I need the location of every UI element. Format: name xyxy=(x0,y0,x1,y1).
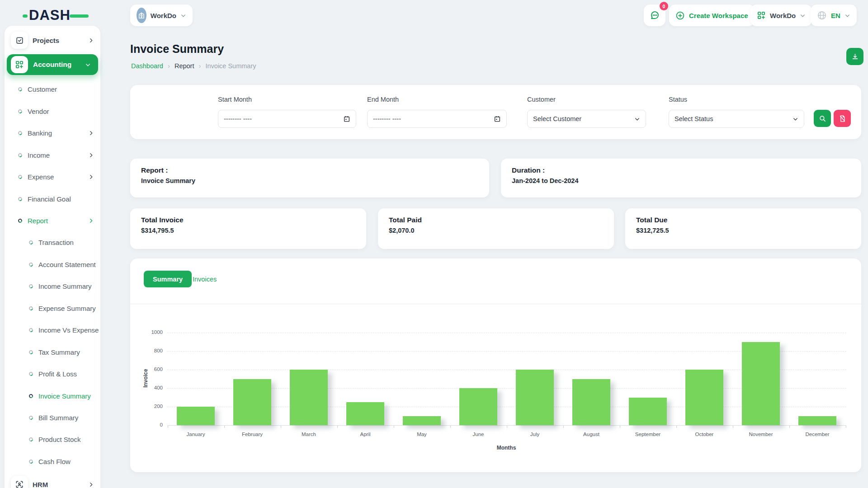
calendar-icon xyxy=(494,115,501,122)
sidebar-item-bill-summary[interactable]: Bill Summary xyxy=(5,408,100,427)
download-report-button[interactable] xyxy=(846,48,863,65)
chart-bar-april[interactable] xyxy=(346,402,384,425)
sidebar-item-product-stock[interactable]: Product Stock xyxy=(5,430,100,449)
report-card-value: Invoice Summary xyxy=(141,177,195,184)
chevron-right-icon xyxy=(88,152,94,158)
start-month-input[interactable]: -------- ---- xyxy=(218,110,356,128)
start-month-value: -------- ---- xyxy=(224,115,343,122)
sidebar-item-cash-flow[interactable]: Cash Flow xyxy=(5,452,100,471)
workspace-switcher[interactable]: WorkDo xyxy=(130,5,193,26)
end-month-input[interactable]: -------- ---- xyxy=(367,110,507,128)
customer-select[interactable]: Select Customer xyxy=(527,110,646,128)
chart-bar-may[interactable] xyxy=(403,416,441,426)
chart-x-tick-label: August xyxy=(566,432,616,437)
chart-x-tick-mark xyxy=(224,426,225,428)
calendar-icon xyxy=(343,115,350,122)
sidebar-item-financial-goal[interactable]: Financial Goal xyxy=(5,189,100,208)
chart-x-tick-label: July xyxy=(510,432,560,437)
duration-card: Duration : Jan-2024 to Dec-2024 xyxy=(501,159,861,197)
sidebar-item-tax-summary[interactable]: Tax Summary xyxy=(5,343,100,361)
chart-x-tick-mark xyxy=(620,426,620,428)
reset-filter-button[interactable] xyxy=(834,110,851,127)
chart-y-tick-label: 1000 xyxy=(141,329,163,335)
chart-y-tick-label: 400 xyxy=(141,385,163,390)
sidebar-item-income-vs-expense[interactable]: Income Vs Expense xyxy=(5,320,100,339)
sidebar-item-expense-summary[interactable]: Expense Summary xyxy=(5,299,100,318)
sidebar-item-hrm[interactable]: HRM xyxy=(5,475,100,488)
customer-select-value: Select Customer xyxy=(533,115,634,122)
chevron-down-icon xyxy=(800,13,806,19)
checkbox-icon xyxy=(11,32,28,49)
messages-button[interactable]: 0 xyxy=(644,5,665,26)
bullet-icon xyxy=(17,152,23,158)
create-workspace-label: Create Workspace xyxy=(689,12,748,19)
chart-bar-december[interactable] xyxy=(798,416,836,426)
apply-filter-button[interactable] xyxy=(814,110,831,127)
sidebar-item-account-statement[interactable]: Account Statement xyxy=(5,255,100,274)
chart-bar-september[interactable] xyxy=(629,398,667,426)
chart-bar-october[interactable] xyxy=(685,370,723,425)
report-card-title: Report : xyxy=(141,166,168,174)
chart-x-tick-label: January xyxy=(171,432,221,437)
stat-label: Total Due xyxy=(636,216,667,224)
status-select-value: Select Status xyxy=(675,115,793,122)
chart-bar-july[interactable] xyxy=(516,370,554,425)
sidebar-item-transaction[interactable]: Transaction xyxy=(5,233,100,252)
sidebar-item-report[interactable]: Report xyxy=(5,211,100,230)
app-logo: DASH xyxy=(29,7,97,24)
chart-x-tick-mark xyxy=(563,426,564,428)
chevron-down-icon xyxy=(793,116,798,122)
sidebar-item-income[interactable]: Income xyxy=(5,145,100,164)
bullet-icon xyxy=(28,436,33,442)
sidebar-item-banking[interactable]: Banking xyxy=(5,123,100,142)
chart-x-tick-mark xyxy=(450,426,451,428)
sidebar-item-vendor[interactable]: Vendor xyxy=(5,102,100,121)
chart-x-tick-mark xyxy=(789,426,790,428)
bullet-icon xyxy=(17,86,23,92)
chart-bar-august[interactable] xyxy=(572,379,610,426)
chart-x-tick-mark xyxy=(507,426,507,428)
grid-plus-icon xyxy=(11,56,28,73)
chart-x-tick-mark xyxy=(676,426,677,428)
sidebar-item-expense-summary-label: Expense Summary xyxy=(38,305,96,312)
sidebar-item-invoice-summary[interactable]: Invoice Summary xyxy=(5,386,100,405)
chart-bar-november[interactable] xyxy=(742,342,780,426)
chart-x-tick-mark xyxy=(281,426,281,428)
sidebar-item-customer-label: Customer xyxy=(28,85,57,93)
chart-bar-june[interactable] xyxy=(459,388,497,425)
sidebar-item-projects[interactable]: Projects xyxy=(5,31,100,50)
chart-bar-january[interactable] xyxy=(177,407,215,425)
breadcrumb-dashboard[interactable]: Dashboard xyxy=(131,62,163,70)
create-workspace-button[interactable]: Create Workspace xyxy=(669,5,755,26)
search-icon xyxy=(819,115,826,122)
sidebar-item-customer[interactable]: Customer xyxy=(5,80,100,99)
duration-card-value: Jan-2024 to Dec-2024 xyxy=(512,177,579,184)
breadcrumb-report: Report xyxy=(175,62,194,70)
chart-x-tick-mark xyxy=(168,426,168,428)
chart-x-tick-label: October xyxy=(679,432,729,437)
start-month-label: Start Month xyxy=(218,96,252,103)
app-logo-text: DASH xyxy=(29,7,71,23)
customer-label: Customer xyxy=(527,96,556,103)
status-select[interactable]: Select Status xyxy=(669,110,804,128)
bullet-icon xyxy=(28,283,33,289)
stat-card-total-due: Total Due$312,725.5 xyxy=(625,208,861,249)
grid-plus-icon xyxy=(757,11,766,20)
sidebar-item-expense[interactable]: Expense xyxy=(5,167,100,186)
sidebar-item-income-summary[interactable]: Income Summary xyxy=(5,277,100,296)
chart-bar-march[interactable] xyxy=(290,370,328,425)
workspace-avatar xyxy=(137,8,146,23)
bullet-icon xyxy=(28,393,33,399)
chart-x-tick-label: May xyxy=(397,432,447,437)
sidebar-item-expense-label: Expense xyxy=(28,173,54,181)
plus-circle-icon xyxy=(675,11,685,20)
chart-bar-february[interactable] xyxy=(233,379,271,426)
sidebar-item-profit-and-loss[interactable]: Profit & Loss xyxy=(5,364,100,383)
workspace-menu-button[interactable]: WorkDo xyxy=(750,5,812,26)
sidebar-item-profit-and-loss-label: Profit & Loss xyxy=(38,370,77,378)
language-selector[interactable]: EN xyxy=(811,5,857,26)
sidebar-item-accounting[interactable]: Accounting xyxy=(7,54,98,75)
bullet-icon xyxy=(28,349,33,355)
bullet-icon xyxy=(17,174,23,179)
sidebar-item-hrm-label: HRM xyxy=(33,481,48,488)
